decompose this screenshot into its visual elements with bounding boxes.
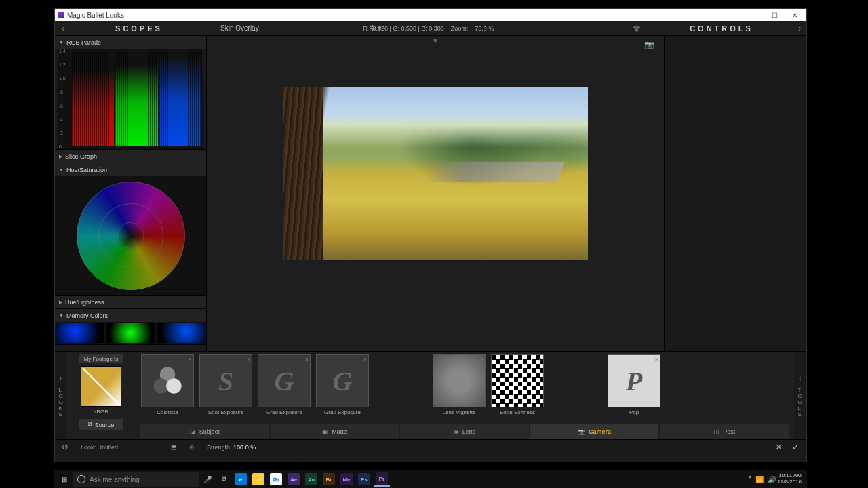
rgb-parade-scope: 1.41.21.0.8.6.4.20 [58, 49, 203, 149]
clock[interactable]: 10:11 AM11/8/2016 [777, 473, 804, 485]
forward-button[interactable]: › [793, 24, 806, 33]
tab-subject[interactable]: ◪Subject [140, 424, 269, 439]
chain-item-colorista[interactable]: × Colorista [140, 354, 195, 415]
app-window: Magic Bullet Looks — ☐ ✕ ‹ SCOPES Skin O… [54, 8, 807, 462]
chain-item-lens-vignette[interactable]: × Lens Vignette [432, 354, 486, 415]
close-icon[interactable]: × [538, 356, 542, 363]
svg-point-1 [637, 26, 640, 29]
source-button[interactable]: ⧉Source [79, 419, 124, 430]
tab-matte[interactable]: ▣Matte [271, 424, 399, 439]
main-area: ▼RGB Parade 1.41.21.0.8.6.4.20 ▶Slice Gr… [55, 36, 806, 351]
chain-item-grad-exposure-2[interactable]: ×G Grad Exposure [315, 354, 370, 415]
rgb-parade-header[interactable]: ▼RGB Parade [55, 36, 206, 49]
back-button[interactable]: ‹ [55, 24, 71, 33]
matte-icon: ▣ [322, 428, 328, 435]
hue-sat-header[interactable]: ▼Hue/Saturation [55, 163, 206, 176]
taskbar-app[interactable]: Ps [356, 472, 372, 487]
windows-taskbar: ⊞ Ask me anything 🎤 ⧉ e📁🛍AeAuBrMePsPr ^ … [54, 470, 807, 488]
taskbar-app[interactable]: e [233, 472, 249, 487]
taskbar-app[interactable]: Me [338, 472, 355, 487]
maximize-button[interactable]: ☐ [764, 12, 785, 19]
expand-looks-icon[interactable]: › [60, 373, 63, 382]
scopes-title: SCOPES [71, 24, 207, 33]
close-icon[interactable]: × [305, 356, 309, 363]
taskbar-app[interactable]: Pr [374, 472, 390, 487]
search-placeholder: Ask me anything [90, 476, 140, 483]
cortana-icon [77, 475, 85, 483]
close-icon[interactable]: × [189, 356, 192, 363]
tray-up-icon[interactable]: ^ [749, 476, 752, 483]
footage-label[interactable]: My Footage Is [79, 354, 124, 363]
taskbar-app[interactable]: Br [321, 472, 337, 487]
srgb-label: sRGB [94, 409, 108, 415]
close-icon[interactable]: × [480, 356, 484, 363]
taskview-button[interactable]: ⧉ [216, 472, 231, 487]
close-icon[interactable]: × [655, 356, 658, 363]
svg-point-2 [635, 28, 639, 32]
chain-item-edge-softness[interactable]: × Edge Softness [490, 354, 545, 415]
expand-tools-icon[interactable]: ‹ [799, 373, 802, 382]
cancel-button[interactable]: ✕ [775, 442, 783, 452]
app-icon [58, 12, 64, 18]
undo-button[interactable]: ↺ [62, 443, 68, 452]
chain-tabs: ◪Subject ▣Matte ◉Lens 📷Camera ◫Post [140, 424, 789, 439]
titlebar: Magic Bullet Looks — ☐ ✕ [55, 9, 806, 21]
chain-items: × Colorista ×S Spot Exposure ×G Grad Exp… [140, 354, 789, 424]
tools-strip[interactable]: ‹ TOOLS [794, 352, 806, 439]
srgb-thumb[interactable] [81, 366, 121, 407]
volume-icon[interactable]: 🔊 [768, 476, 776, 483]
overlay-label[interactable]: Skin Overlay [220, 24, 259, 32]
hue-light-header[interactable]: ▶Hue/Lightness [55, 296, 206, 308]
post-icon: ◫ [713, 428, 719, 435]
lens-icon: ◉ [454, 428, 459, 435]
window-title: Magic Bullet Looks [67, 12, 124, 19]
taskbar-app[interactable]: Ae [285, 472, 302, 487]
strength-label: Strength: [207, 444, 232, 451]
preview-image [283, 87, 588, 260]
mic-icon[interactable]: 🎤 [200, 472, 215, 487]
apply-button[interactable]: ✓ [792, 442, 800, 452]
taskbar-app[interactable]: Au [303, 472, 319, 487]
gear-icon[interactable]: ✲ ▾ [370, 24, 382, 33]
svg-point-0 [633, 26, 637, 29]
bottom-toolbar: ↺ Look: Untitled ⬒ ⊘ Strength: 100.0 % ✕… [55, 439, 806, 454]
strength-value[interactable]: 100.0 % [233, 444, 256, 451]
chain-item-spot-exposure[interactable]: ×S Spot Exposure [199, 354, 253, 415]
preview-collapse-icon[interactable]: ▼ [432, 37, 439, 45]
tab-camera[interactable]: 📷Camera [530, 424, 659, 439]
close-icon[interactable]: × [247, 356, 250, 363]
network-icon[interactable]: 📶 [755, 476, 764, 483]
close-icon[interactable]: × [363, 356, 367, 363]
look-name[interactable]: Untitled [98, 444, 119, 451]
save-button[interactable]: ⬒ [171, 444, 177, 451]
subject-icon: ◪ [190, 428, 196, 435]
memory-colors-scope [55, 322, 206, 344]
top-toolbar: ‹ SCOPES Skin Overlay ✲ ▾ R : 0.626 | G:… [55, 21, 806, 36]
taskbar-app[interactable]: 📁 [250, 472, 267, 487]
looks-strip[interactable]: › LOOKS [55, 352, 67, 439]
controls-panel [664, 36, 806, 351]
search-box[interactable]: Ask me anything [73, 472, 199, 487]
strength-icon: ⊘ [189, 444, 195, 451]
channel-icon[interactable] [631, 24, 642, 33]
preview-area[interactable]: ▼ 📷 [207, 36, 664, 351]
system-tray[interactable]: ^ 📶 🔊 [749, 476, 776, 483]
camera-icon[interactable]: 📷 [644, 40, 654, 49]
start-button[interactable]: ⊞ [57, 472, 72, 487]
taskbar-app[interactable]: 🛍 [268, 472, 284, 487]
minimize-button[interactable]: — [744, 12, 764, 19]
zoom-value[interactable]: 75.8 % [475, 25, 494, 32]
effect-chain: › LOOKS My Footage Is sRGB ⧉Source × Col… [55, 351, 806, 439]
memory-colors-header[interactable]: ▼Memory Colors [55, 309, 206, 322]
preview-infobar: Skin Overlay ✲ ▾ R : 0.626 | G: 0.538 | … [207, 25, 650, 32]
parade-ticks: 1.41.21.0.8.6.4.20 [59, 49, 71, 149]
chain-item-pop[interactable]: ×P Pop [607, 354, 661, 415]
close-button[interactable]: ✕ [785, 12, 805, 19]
tab-post[interactable]: ◫Post [660, 424, 789, 439]
tab-lens[interactable]: ◉Lens [400, 424, 529, 439]
chain-item-grad-exposure[interactable]: ×G Grad Exposure [257, 354, 311, 415]
controls-title: CONTROLS [650, 24, 793, 33]
scopes-panel: ▼RGB Parade 1.41.21.0.8.6.4.20 ▶Slice Gr… [55, 36, 207, 351]
slice-graph-header[interactable]: ▶Slice Graph [55, 150, 206, 163]
zoom-label: Zoom: [451, 25, 469, 32]
